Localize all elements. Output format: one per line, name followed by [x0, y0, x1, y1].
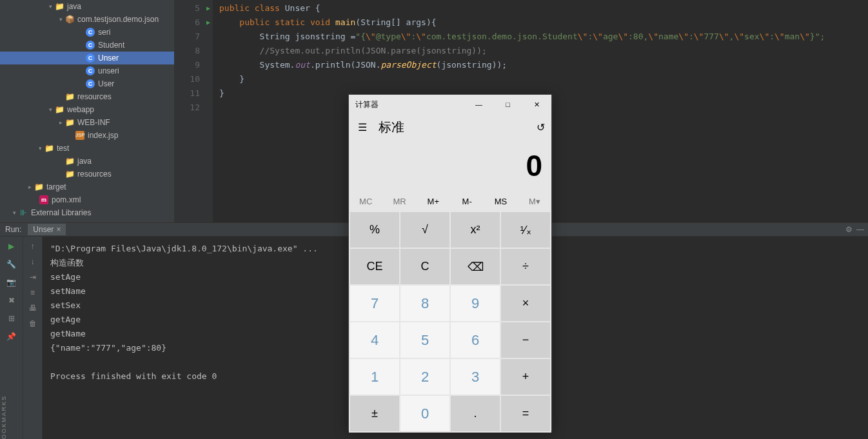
layout-icon[interactable]: ⊞: [8, 314, 15, 323]
chevron-icon[interactable]: [57, 170, 64, 178]
chevron-icon[interactable]: ▾: [57, 15, 64, 23]
calc-btn-7[interactable]: 7: [350, 286, 399, 321]
tree-item-unseri[interactable]: Cunseri: [0, 64, 174, 77]
tree-item-com-testjson-demo-json[interactable]: ▾📦com.testjson.demo.json: [0, 13, 174, 26]
calc-titlebar[interactable]: 计算器 — □ ✕: [349, 95, 551, 114]
calc-btn-⌫[interactable]: ⌫: [451, 249, 500, 284]
calc-btn-×[interactable]: ×: [501, 286, 550, 321]
chevron-icon[interactable]: ▾: [46, 3, 54, 10]
play-icon[interactable]: ▶: [8, 242, 14, 251]
gutter-line[interactable]: 9: [174, 58, 213, 72]
minimize-button[interactable]: —: [464, 95, 493, 114]
history-icon[interactable]: ↺: [537, 121, 545, 133]
minimize-icon[interactable]: —: [856, 225, 864, 234]
gutter-line[interactable]: 12: [174, 101, 213, 115]
chevron-icon[interactable]: ▸: [57, 119, 64, 126]
code-line[interactable]: public class Unser {: [213, 1, 868, 15]
wrench-icon[interactable]: 🔧: [6, 260, 16, 269]
calc-btn-÷[interactable]: ÷: [501, 249, 550, 284]
camera-icon[interactable]: 📷: [6, 278, 16, 287]
calc-btn-+[interactable]: +: [501, 359, 550, 395]
gutter-line[interactable]: 11: [174, 86, 213, 101]
calc-btn-4[interactable]: 4: [350, 322, 399, 358]
tree-item-seri[interactable]: Cseri: [0, 26, 174, 39]
code-line[interactable]: String jsonstring ="{\"@type\":\"com.tes…: [213, 30, 868, 44]
code-line[interactable]: //System.out.println(JSON.parse(jsonstri…: [213, 44, 868, 58]
calc-btn-C[interactable]: C: [400, 249, 449, 284]
calc-btn-3[interactable]: 3: [451, 359, 500, 395]
calculator-window[interactable]: 计算器 — □ ✕ ☰ 标准 ↺ 0 MCMRM+M-MSM▾ %√x²¹⁄ₓC…: [348, 94, 552, 431]
calc-btn-=[interactable]: =: [501, 396, 550, 431]
gutter-line[interactable]: 10: [174, 72, 213, 86]
gutter-line[interactable]: 5▶: [174, 1, 213, 15]
code-line[interactable]: System.out.println(JSON.parseObject(json…: [213, 58, 868, 72]
calc-btn-±[interactable]: ±: [350, 396, 399, 431]
chevron-icon[interactable]: [77, 28, 85, 36]
bookmarks-label[interactable]: BOOKMARKS: [0, 400, 8, 439]
chevron-icon[interactable]: [77, 67, 85, 75]
tree-item-target[interactable]: ▸📁target: [0, 180, 174, 193]
mem-m[interactable]: M-: [450, 191, 484, 211]
calc-btn-9[interactable]: 9: [451, 286, 500, 321]
calc-btn-5[interactable]: 5: [400, 322, 449, 358]
project-tree[interactable]: ▾📁java▾📦com.testjson.demo.jsonCseriCStud…: [0, 0, 174, 222]
gutter-line[interactable]: 8: [174, 44, 213, 58]
chevron-icon[interactable]: [57, 93, 64, 101]
mem-m[interactable]: M▾: [518, 191, 551, 211]
filter-icon[interactable]: ≡: [30, 288, 35, 297]
chevron-icon[interactable]: [77, 54, 85, 62]
calc-btn-1[interactable]: 1: [350, 359, 399, 395]
debug-icon[interactable]: ✖: [8, 296, 15, 305]
calc-btn-2[interactable]: 2: [400, 359, 449, 395]
chevron-icon[interactable]: [77, 41, 85, 49]
calc-btn-0[interactable]: 0: [400, 396, 449, 431]
mem-ms[interactable]: MS: [484, 191, 517, 211]
mem-mc[interactable]: MC: [349, 191, 382, 211]
up-icon[interactable]: ↑: [31, 242, 35, 251]
calc-btn-√[interactable]: √: [400, 212, 449, 248]
chevron-icon[interactable]: [67, 132, 75, 139]
code-line[interactable]: public static void main(String[] args){: [213, 15, 868, 30]
settings-icon[interactable]: ⚙: [845, 225, 853, 234]
close-icon[interactable]: ×: [56, 225, 61, 234]
mem-m[interactable]: M+: [417, 191, 450, 211]
chevron-icon[interactable]: [31, 196, 39, 204]
chevron-icon[interactable]: [77, 80, 85, 88]
tree-item-pom-xml[interactable]: mpom.xml: [0, 193, 174, 206]
chevron-icon[interactable]: [57, 157, 64, 165]
calc-btn-−[interactable]: −: [501, 322, 550, 358]
trash-icon[interactable]: 🗑: [29, 319, 37, 328]
calc-btn-%[interactable]: %: [350, 212, 399, 248]
calc-btn-.[interactable]: .: [451, 396, 500, 431]
wrap-icon[interactable]: ⇥: [30, 273, 36, 282]
maximize-button[interactable]: □: [493, 95, 522, 114]
tree-item-student[interactable]: CStudent: [0, 39, 174, 52]
tree-item-user[interactable]: CUser: [0, 77, 174, 90]
tree-item-java[interactable]: ▾📁java: [0, 0, 174, 13]
tree-item-web-inf[interactable]: ▸📁WEB-INF: [0, 116, 174, 129]
gutter-line[interactable]: 7: [174, 30, 213, 44]
chevron-icon[interactable]: ▸: [26, 183, 34, 191]
calc-btn-6[interactable]: 6: [451, 322, 500, 358]
tree-item-java[interactable]: 📁java: [0, 155, 174, 168]
close-button[interactable]: ✕: [522, 95, 551, 114]
calc-btn-8[interactable]: 8: [400, 286, 449, 321]
code-line[interactable]: }: [213, 72, 868, 86]
tree-item-index-jsp[interactable]: JSPindex.jsp: [0, 129, 174, 142]
down-icon[interactable]: ↓: [31, 257, 35, 266]
calc-btn-x²[interactable]: x²: [451, 212, 500, 248]
tree-item-test[interactable]: ▾📁test: [0, 142, 174, 155]
chevron-icon[interactable]: ▾: [10, 209, 18, 217]
mem-mr[interactable]: MR: [382, 191, 416, 211]
run-tab[interactable]: Unser ×: [28, 224, 66, 235]
tree-item-external-libraries[interactable]: ▾⊪External Libraries: [0, 206, 174, 219]
tree-item-resources[interactable]: 📁resources: [0, 168, 174, 180]
print-icon[interactable]: 🖶: [29, 304, 37, 313]
run-gutter-icon[interactable]: ▶: [206, 1, 210, 15]
calc-btn-¹⁄ₓ[interactable]: ¹⁄ₓ: [501, 212, 550, 248]
gutter-line[interactable]: 6▶: [174, 15, 213, 30]
tree-item-webapp[interactable]: ▾📁webapp: [0, 103, 174, 116]
chevron-icon[interactable]: ▾: [36, 144, 44, 152]
pin-icon[interactable]: 📌: [6, 332, 16, 341]
run-gutter-icon[interactable]: ▶: [206, 15, 210, 30]
